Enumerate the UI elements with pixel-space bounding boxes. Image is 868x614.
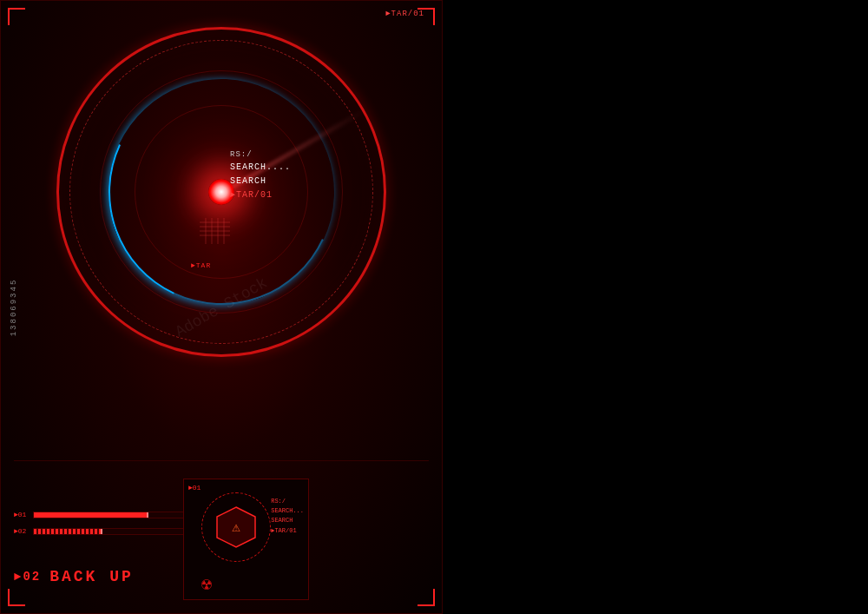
bar-track-02 (33, 528, 187, 535)
small-circle: ⚠ (201, 492, 271, 562)
hex-svg: ⚠ (214, 505, 258, 549)
stock-id: 138069345 (10, 278, 18, 336)
rs-label: RS:/ (230, 149, 291, 161)
bar-play-02: ►02 (14, 527, 26, 535)
play-icon-backup: ►02 (14, 570, 41, 584)
bar-fill-02 (34, 529, 102, 534)
tar-in-radar: ►TAR (191, 261, 211, 269)
corner-bracket-tl (8, 8, 25, 25)
radiation-icon: ☢ (201, 573, 212, 595)
left-panel: ►TAR/01 RS:/ SEARCH.... SEARCH ►TAR/01 ►… (0, 0, 443, 614)
small-panel: ⚠ ☢ ►01 RS:/ SEARCH... SEARCH ►TAR/01 (183, 479, 309, 600)
radar-grid-svg (200, 218, 230, 244)
corner-bracket-br (418, 589, 435, 606)
corner-bracket-bl (8, 589, 25, 606)
hud-divider (14, 460, 429, 461)
bottom-bars: ►01 ►02 (14, 511, 187, 544)
small-panel-play: ►01 (188, 484, 201, 492)
bar-fill-01 (34, 512, 148, 518)
tar-sub-label: ►TAR/01 (230, 188, 291, 202)
radar-data-text: RS:/ SEARCH.... SEARCH ►TAR/01 (230, 149, 291, 202)
tar-label-left: ►TAR/01 (385, 10, 424, 18)
svg-text:⚠: ⚠ (232, 520, 240, 536)
search-line2: SEARCH (230, 175, 291, 188)
bar-track-01 (33, 512, 187, 518)
bar-row-02: ►02 (14, 527, 187, 535)
bar-row-01: ►01 (14, 511, 187, 518)
main-radar: RS:/ SEARCH.... SEARCH ►TAR/01 ►TAR (56, 27, 386, 357)
bar-play-01: ►01 (14, 511, 26, 518)
small-panel-text: RS:/ SEARCH... SEARCH ►TAR/01 (271, 497, 304, 536)
search-line1: SEARCH.... (230, 161, 291, 175)
backup-section: ►02 BACK UP (14, 568, 134, 585)
backup-label: BACK UP (49, 568, 134, 585)
